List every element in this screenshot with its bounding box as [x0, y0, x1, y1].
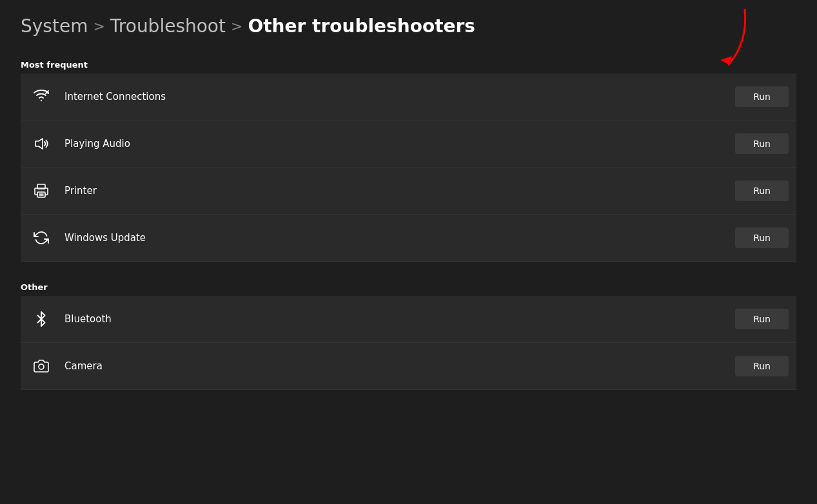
windows-update-label: Windows Update [64, 232, 735, 244]
refresh-icon [28, 225, 54, 251]
printer-run-button[interactable]: Run [735, 180, 789, 201]
playing-audio-run-button[interactable]: Run [735, 133, 789, 154]
svg-point-1 [41, 100, 42, 101]
section-most-frequent: Most frequent Internet Connections Run [21, 55, 796, 262]
page-container: System > Troubleshoot > Other troublesho… [0, 0, 817, 405]
item-printer: Printer Run [21, 168, 796, 215]
printer-icon [28, 178, 54, 204]
bluetooth-label: Bluetooth [64, 313, 735, 325]
svg-point-9 [39, 364, 44, 369]
item-camera: Camera Run [21, 343, 796, 390]
audio-icon [28, 131, 54, 157]
item-windows-update: Windows Update Run [21, 215, 796, 262]
svg-marker-4 [35, 139, 43, 149]
camera-label: Camera [64, 360, 735, 372]
printer-label: Printer [64, 185, 735, 197]
breadcrumb: System > Troubleshoot > Other troublesho… [21, 15, 796, 37]
camera-run-button[interactable]: Run [735, 356, 789, 376]
svg-rect-6 [37, 192, 45, 197]
breadcrumb-current: Other troubleshooters [248, 15, 475, 37]
playing-audio-label: Playing Audio [64, 138, 735, 150]
camera-icon [28, 353, 54, 379]
section-other: Other Bluetooth Run Camera Run [21, 277, 796, 390]
item-internet-connections: Internet Connections Run [21, 73, 796, 121]
wifi-icon [28, 84, 54, 110]
section-most-frequent-header: Most frequent [21, 55, 796, 73]
section-other-header: Other [21, 277, 796, 296]
bluetooth-run-button[interactable]: Run [735, 309, 789, 329]
item-bluetooth: Bluetooth Run [21, 296, 796, 343]
breadcrumb-system: System [21, 15, 88, 37]
section-spacer [21, 262, 796, 277]
internet-connections-label: Internet Connections [64, 91, 735, 102]
breadcrumb-separator-1: > [93, 18, 104, 34]
bluetooth-icon [28, 306, 54, 332]
breadcrumb-separator-2: > [231, 18, 242, 34]
internet-connections-run-button[interactable]: Run [735, 86, 789, 107]
item-playing-audio: Playing Audio Run [21, 121, 796, 168]
windows-update-run-button[interactable]: Run [735, 228, 789, 248]
breadcrumb-troubleshoot: Troubleshoot [110, 15, 226, 37]
